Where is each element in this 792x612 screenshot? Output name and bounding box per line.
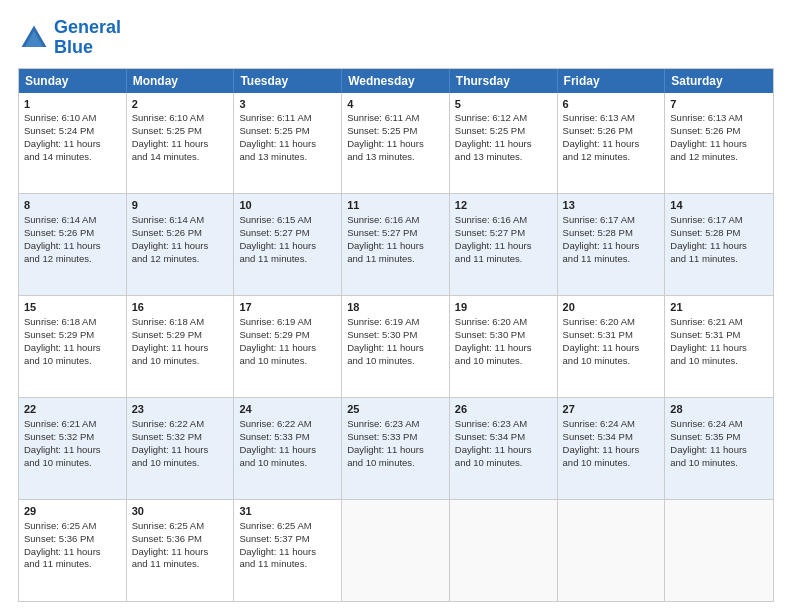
- day-info: Sunrise: 6:25 AM Sunset: 5:37 PM Dayligh…: [239, 520, 316, 569]
- day-cell-20: 20Sunrise: 6:20 AM Sunset: 5:31 PM Dayli…: [558, 296, 666, 397]
- day-number: 1: [24, 97, 121, 112]
- day-info: Sunrise: 6:10 AM Sunset: 5:25 PM Dayligh…: [132, 112, 209, 161]
- day-number: 17: [239, 300, 336, 315]
- day-info: Sunrise: 6:21 AM Sunset: 5:31 PM Dayligh…: [670, 316, 747, 365]
- day-number: 6: [563, 97, 660, 112]
- day-cell-23: 23Sunrise: 6:22 AM Sunset: 5:32 PM Dayli…: [127, 398, 235, 499]
- calendar-week-2: 15Sunrise: 6:18 AM Sunset: 5:29 PM Dayli…: [19, 295, 773, 397]
- day-cell-22: 22Sunrise: 6:21 AM Sunset: 5:32 PM Dayli…: [19, 398, 127, 499]
- day-cell-17: 17Sunrise: 6:19 AM Sunset: 5:29 PM Dayli…: [234, 296, 342, 397]
- header-cell-wednesday: Wednesday: [342, 69, 450, 93]
- day-number: 10: [239, 198, 336, 213]
- day-info: Sunrise: 6:23 AM Sunset: 5:33 PM Dayligh…: [347, 418, 424, 467]
- day-number: 9: [132, 198, 229, 213]
- day-number: 3: [239, 97, 336, 112]
- day-cell-19: 19Sunrise: 6:20 AM Sunset: 5:30 PM Dayli…: [450, 296, 558, 397]
- logo-icon: [18, 22, 50, 54]
- day-info: Sunrise: 6:24 AM Sunset: 5:35 PM Dayligh…: [670, 418, 747, 467]
- day-number: 5: [455, 97, 552, 112]
- day-cell-16: 16Sunrise: 6:18 AM Sunset: 5:29 PM Dayli…: [127, 296, 235, 397]
- calendar-header-row: SundayMondayTuesdayWednesdayThursdayFrid…: [19, 69, 773, 93]
- calendar-week-4: 29Sunrise: 6:25 AM Sunset: 5:36 PM Dayli…: [19, 499, 773, 601]
- day-info: Sunrise: 6:16 AM Sunset: 5:27 PM Dayligh…: [347, 214, 424, 263]
- day-number: 27: [563, 402, 660, 417]
- day-number: 20: [563, 300, 660, 315]
- logo-text: General Blue: [54, 18, 121, 58]
- day-cell-15: 15Sunrise: 6:18 AM Sunset: 5:29 PM Dayli…: [19, 296, 127, 397]
- calendar-body: 1Sunrise: 6:10 AM Sunset: 5:24 PM Daylig…: [19, 93, 773, 601]
- day-info: Sunrise: 6:17 AM Sunset: 5:28 PM Dayligh…: [563, 214, 640, 263]
- day-cell-11: 11Sunrise: 6:16 AM Sunset: 5:27 PM Dayli…: [342, 194, 450, 295]
- day-info: Sunrise: 6:13 AM Sunset: 5:26 PM Dayligh…: [670, 112, 747, 161]
- empty-cell: [665, 500, 773, 601]
- day-info: Sunrise: 6:16 AM Sunset: 5:27 PM Dayligh…: [455, 214, 532, 263]
- day-info: Sunrise: 6:14 AM Sunset: 5:26 PM Dayligh…: [132, 214, 209, 263]
- day-number: 13: [563, 198, 660, 213]
- day-info: Sunrise: 6:20 AM Sunset: 5:31 PM Dayligh…: [563, 316, 640, 365]
- day-cell-3: 3Sunrise: 6:11 AM Sunset: 5:25 PM Daylig…: [234, 93, 342, 194]
- day-info: Sunrise: 6:22 AM Sunset: 5:32 PM Dayligh…: [132, 418, 209, 467]
- day-info: Sunrise: 6:18 AM Sunset: 5:29 PM Dayligh…: [132, 316, 209, 365]
- calendar-week-0: 1Sunrise: 6:10 AM Sunset: 5:24 PM Daylig…: [19, 93, 773, 194]
- day-cell-5: 5Sunrise: 6:12 AM Sunset: 5:25 PM Daylig…: [450, 93, 558, 194]
- day-cell-10: 10Sunrise: 6:15 AM Sunset: 5:27 PM Dayli…: [234, 194, 342, 295]
- day-cell-24: 24Sunrise: 6:22 AM Sunset: 5:33 PM Dayli…: [234, 398, 342, 499]
- day-info: Sunrise: 6:17 AM Sunset: 5:28 PM Dayligh…: [670, 214, 747, 263]
- day-cell-8: 8Sunrise: 6:14 AM Sunset: 5:26 PM Daylig…: [19, 194, 127, 295]
- day-number: 22: [24, 402, 121, 417]
- day-info: Sunrise: 6:19 AM Sunset: 5:29 PM Dayligh…: [239, 316, 316, 365]
- header-cell-thursday: Thursday: [450, 69, 558, 93]
- day-info: Sunrise: 6:11 AM Sunset: 5:25 PM Dayligh…: [347, 112, 424, 161]
- day-number: 29: [24, 504, 121, 519]
- day-cell-14: 14Sunrise: 6:17 AM Sunset: 5:28 PM Dayli…: [665, 194, 773, 295]
- day-info: Sunrise: 6:25 AM Sunset: 5:36 PM Dayligh…: [24, 520, 101, 569]
- empty-cell: [558, 500, 666, 601]
- day-info: Sunrise: 6:24 AM Sunset: 5:34 PM Dayligh…: [563, 418, 640, 467]
- day-cell-6: 6Sunrise: 6:13 AM Sunset: 5:26 PM Daylig…: [558, 93, 666, 194]
- day-number: 18: [347, 300, 444, 315]
- day-cell-25: 25Sunrise: 6:23 AM Sunset: 5:33 PM Dayli…: [342, 398, 450, 499]
- day-number: 21: [670, 300, 768, 315]
- day-info: Sunrise: 6:11 AM Sunset: 5:25 PM Dayligh…: [239, 112, 316, 161]
- header-cell-monday: Monday: [127, 69, 235, 93]
- day-number: 25: [347, 402, 444, 417]
- day-info: Sunrise: 6:20 AM Sunset: 5:30 PM Dayligh…: [455, 316, 532, 365]
- calendar-week-1: 8Sunrise: 6:14 AM Sunset: 5:26 PM Daylig…: [19, 193, 773, 295]
- day-cell-9: 9Sunrise: 6:14 AM Sunset: 5:26 PM Daylig…: [127, 194, 235, 295]
- page: General Blue SundayMondayTuesdayWednesda…: [0, 0, 792, 612]
- day-info: Sunrise: 6:12 AM Sunset: 5:25 PM Dayligh…: [455, 112, 532, 161]
- day-cell-2: 2Sunrise: 6:10 AM Sunset: 5:25 PM Daylig…: [127, 93, 235, 194]
- header-cell-sunday: Sunday: [19, 69, 127, 93]
- day-cell-4: 4Sunrise: 6:11 AM Sunset: 5:25 PM Daylig…: [342, 93, 450, 194]
- empty-cell: [342, 500, 450, 601]
- day-number: 12: [455, 198, 552, 213]
- day-number: 24: [239, 402, 336, 417]
- day-cell-28: 28Sunrise: 6:24 AM Sunset: 5:35 PM Dayli…: [665, 398, 773, 499]
- day-number: 14: [670, 198, 768, 213]
- calendar: SundayMondayTuesdayWednesdayThursdayFrid…: [18, 68, 774, 602]
- day-cell-29: 29Sunrise: 6:25 AM Sunset: 5:36 PM Dayli…: [19, 500, 127, 601]
- day-cell-1: 1Sunrise: 6:10 AM Sunset: 5:24 PM Daylig…: [19, 93, 127, 194]
- day-cell-7: 7Sunrise: 6:13 AM Sunset: 5:26 PM Daylig…: [665, 93, 773, 194]
- day-cell-31: 31Sunrise: 6:25 AM Sunset: 5:37 PM Dayli…: [234, 500, 342, 601]
- day-cell-18: 18Sunrise: 6:19 AM Sunset: 5:30 PM Dayli…: [342, 296, 450, 397]
- day-number: 15: [24, 300, 121, 315]
- day-number: 11: [347, 198, 444, 213]
- day-cell-30: 30Sunrise: 6:25 AM Sunset: 5:36 PM Dayli…: [127, 500, 235, 601]
- day-number: 31: [239, 504, 336, 519]
- day-info: Sunrise: 6:19 AM Sunset: 5:30 PM Dayligh…: [347, 316, 424, 365]
- day-info: Sunrise: 6:14 AM Sunset: 5:26 PM Dayligh…: [24, 214, 101, 263]
- day-number: 19: [455, 300, 552, 315]
- day-number: 7: [670, 97, 768, 112]
- day-number: 2: [132, 97, 229, 112]
- header: General Blue: [18, 18, 774, 58]
- header-cell-friday: Friday: [558, 69, 666, 93]
- day-cell-21: 21Sunrise: 6:21 AM Sunset: 5:31 PM Dayli…: [665, 296, 773, 397]
- day-number: 23: [132, 402, 229, 417]
- day-number: 26: [455, 402, 552, 417]
- calendar-week-3: 22Sunrise: 6:21 AM Sunset: 5:32 PM Dayli…: [19, 397, 773, 499]
- header-cell-tuesday: Tuesday: [234, 69, 342, 93]
- day-info: Sunrise: 6:25 AM Sunset: 5:36 PM Dayligh…: [132, 520, 209, 569]
- day-info: Sunrise: 6:13 AM Sunset: 5:26 PM Dayligh…: [563, 112, 640, 161]
- day-info: Sunrise: 6:22 AM Sunset: 5:33 PM Dayligh…: [239, 418, 316, 467]
